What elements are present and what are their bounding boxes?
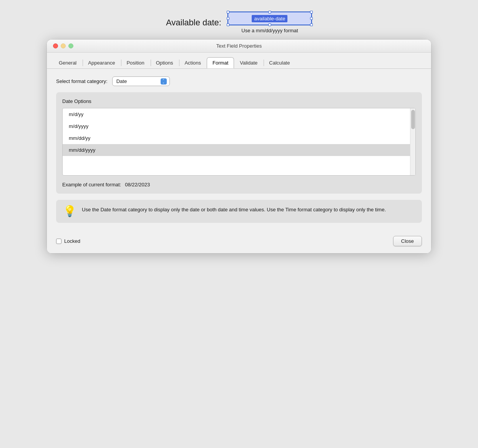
format-category-label: Select format category:: [56, 78, 108, 84]
dialog-titlebar: Text Field Properties: [47, 40, 431, 53]
handle-mr[interactable]: [310, 17, 313, 20]
scrollbar-track[interactable]: [410, 108, 415, 175]
tab-appearance[interactable]: Appearance: [82, 57, 121, 68]
field-input-wrapper: available-date Use a mm/dd/yyyy format: [227, 12, 312, 33]
format-category-select[interactable]: None Number Percentage Date Time Special…: [112, 76, 170, 86]
scrollbar-thumb[interactable]: [411, 110, 415, 129]
handle-br[interactable]: [310, 23, 313, 26]
date-options-title: Date Options: [62, 98, 416, 104]
format-item-mdy2[interactable]: m/d/yy: [63, 108, 410, 120]
format-item-mmdd2[interactable]: mm/dd/yy: [63, 132, 410, 144]
tab-validate[interactable]: Validate: [234, 57, 263, 68]
tab-calculate[interactable]: Calculate: [263, 57, 295, 68]
handle-ml[interactable]: [227, 17, 229, 20]
field-input-text: available-date: [252, 15, 287, 22]
tab-options[interactable]: Options: [150, 57, 179, 68]
dialog-body: Select format category: None Number Perc…: [47, 69, 431, 231]
tip-box: 💡 Use the Date format category to displa…: [56, 200, 422, 223]
date-options-panel: Date Options m/d/yy m/d/yyyy mm/dd/yy mm…: [56, 92, 422, 194]
tabs: General Appearance Position Options Acti…: [47, 53, 431, 69]
tip-text: Use the Date format category to display …: [82, 206, 386, 214]
field-preview-label: Available date:: [166, 18, 221, 28]
format-item-mmdd4[interactable]: mm/dd/yyyy: [63, 144, 410, 156]
tab-format[interactable]: Format: [207, 57, 234, 68]
handle-bl[interactable]: [227, 23, 229, 26]
close-button-traffic[interactable]: [53, 43, 58, 48]
format-item-mdy4[interactable]: m/d/yyyy: [63, 120, 410, 132]
close-dialog-button[interactable]: Close: [393, 236, 422, 246]
handle-bc[interactable]: [268, 23, 271, 26]
tab-general[interactable]: General: [53, 57, 82, 68]
select-wrapper: None Number Percentage Date Time Special…: [112, 76, 170, 86]
dialog-title: Text Field Properties: [216, 43, 262, 49]
field-preview: Available date: available-date Use a mm/…: [166, 12, 312, 33]
field-hint: Use a mm/dd/yyyy format: [241, 28, 298, 33]
locked-label: Locked: [64, 238, 80, 244]
example-value: 08/22/2023: [125, 182, 150, 187]
tab-actions[interactable]: Actions: [179, 57, 207, 68]
handle-tr[interactable]: [310, 11, 313, 13]
dialog: Text Field Properties General Appearance…: [47, 40, 431, 253]
format-list-container: m/d/yy m/d/yyyy mm/dd/yy mm/dd/yyyy: [62, 108, 416, 176]
handle-tc[interactable]: [268, 11, 271, 13]
field-input-box[interactable]: available-date: [227, 12, 312, 25]
format-list: m/d/yy m/d/yyyy mm/dd/yy mm/dd/yyyy: [63, 108, 410, 175]
format-category-row: Select format category: None Number Perc…: [56, 76, 422, 86]
locked-wrapper: Locked: [56, 238, 80, 244]
maximize-button-traffic[interactable]: [68, 43, 73, 48]
handle-tl[interactable]: [227, 11, 229, 13]
locked-checkbox[interactable]: [56, 239, 61, 244]
tab-position[interactable]: Position: [121, 57, 150, 68]
traffic-lights: [53, 43, 73, 48]
minimize-button-traffic[interactable]: [61, 43, 66, 48]
example-label: Example of current format:: [62, 182, 121, 187]
lightbulb-icon: 💡: [63, 206, 76, 217]
example-row: Example of current format: 08/22/2023: [62, 182, 416, 187]
dialog-footer: Locked Close: [47, 231, 431, 253]
